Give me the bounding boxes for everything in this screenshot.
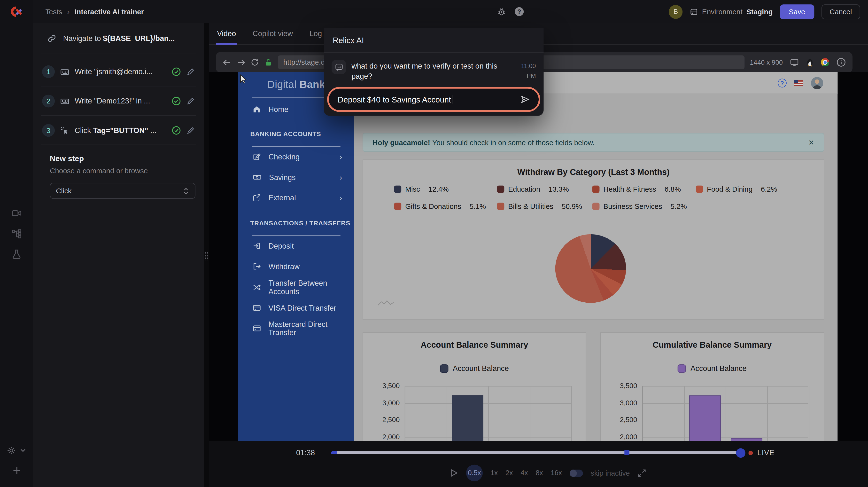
environment-value: Staging — [746, 7, 773, 16]
legend-swatch — [394, 186, 401, 193]
forward-icon[interactable] — [237, 58, 246, 67]
viewport-size: 1440 x 900 — [750, 58, 783, 66]
edit-pencil-icon[interactable] — [186, 126, 195, 134]
playhead-handle[interactable] — [736, 448, 745, 457]
send-icon[interactable] — [521, 95, 530, 104]
help-icon[interactable]: ? — [515, 7, 524, 16]
assistant-input[interactable]: Deposit $40 to Savings Account — [338, 95, 516, 104]
step-row-1[interactable]: 1 Write "jsmith@demo.i... — [33, 57, 204, 86]
bug-icon[interactable] — [497, 7, 506, 16]
fullscreen-icon[interactable] — [638, 469, 646, 477]
step-row-2[interactable]: 2 Write "Demo123!" in ... — [33, 87, 204, 116]
alert-close-icon[interactable]: ✕ — [808, 138, 814, 146]
flask-icon[interactable] — [11, 249, 22, 259]
legend-item: Misc12.4% — [394, 185, 497, 193]
sparkline-icon — [378, 300, 394, 307]
bar-plot: 3,5003,0002,5002,000 — [405, 386, 571, 441]
bank-user-avatar[interactable] — [811, 77, 823, 89]
progress-bar[interactable] — [331, 451, 744, 454]
legend-label: Misc — [405, 185, 420, 193]
step-navigate[interactable]: Navigate to ${BASE_URL}/ban... — [33, 28, 204, 49]
settings-gear-icon[interactable] — [6, 446, 16, 455]
bank-sidebar: Digital Bank Home BANKING ACCOUNTS Check… — [238, 72, 354, 441]
bank-nav-visa-transfer[interactable]: VISA Direct Transfer — [238, 298, 354, 318]
step-navigate-label: Navigate to ${BASE_URL}/ban... — [63, 34, 175, 42]
bank-help-icon[interactable]: ? — [778, 78, 786, 87]
environment-label: Environment — [702, 7, 743, 16]
user-avatar[interactable]: B — [669, 5, 683, 19]
bank-nav-external[interactable]: External › — [238, 188, 354, 208]
legend-label: Gifts & Donations — [405, 202, 461, 210]
legend-swatch — [440, 364, 448, 373]
speed-button-8x[interactable]: 8x — [536, 469, 543, 477]
bar-legend: Account Balance — [600, 364, 824, 373]
step-row-3[interactable]: 3 Click Tag="BUTTON" ... — [33, 116, 204, 145]
play-icon[interactable] — [450, 468, 459, 478]
keyboard-icon — [60, 67, 69, 76]
bank-nav-savings[interactable]: Savings › — [238, 167, 354, 187]
skip-inactive-toggle[interactable] — [569, 469, 583, 477]
add-step-icon[interactable] — [12, 466, 21, 475]
tab-video[interactable]: Video — [216, 29, 237, 44]
refresh-icon[interactable] — [251, 58, 259, 66]
app-logo[interactable] — [0, 0, 33, 23]
edit-pencil-icon[interactable] — [186, 97, 195, 105]
bar — [689, 395, 721, 441]
chart-title: Account Balance Summary — [363, 340, 586, 349]
y-axis-tick: 2,000 — [371, 433, 400, 441]
legend-swatch — [497, 203, 504, 210]
bank-nav-transfer[interactable]: Transfer Between Accounts — [238, 277, 354, 297]
save-button[interactable]: Save — [780, 4, 814, 19]
withdraw-category-card: Withdraw By Category (Last 3 Months) Mis… — [363, 159, 824, 319]
legend-value: 5.1% — [470, 202, 486, 210]
us-flag-icon[interactable] — [795, 80, 803, 86]
bank-nav-deposit[interactable]: Deposit — [238, 236, 354, 256]
info-icon[interactable] — [837, 58, 846, 67]
drag-handle-icon[interactable] — [204, 251, 209, 261]
chevron-down-icon[interactable] — [20, 447, 27, 454]
speed-controls: 0.5x1x2x4x8x16x — [466, 465, 562, 481]
legend-swatch — [678, 364, 686, 373]
account-balance-card: Account Balance Summary Account Balance … — [363, 332, 586, 441]
cancel-button[interactable]: Cancel — [821, 4, 860, 19]
video-viewport[interactable]: Digital Bank Home BANKING ACCOUNTS Check… — [209, 72, 868, 441]
environment-selector[interactable]: Environment Staging — [690, 7, 773, 16]
speed-button-1x[interactable]: 1x — [490, 469, 498, 477]
credit-card-icon — [253, 325, 261, 332]
relicx-ai-panel: Relicx AI what do you want me to verify … — [324, 28, 544, 116]
edit-pencil-icon[interactable] — [186, 68, 195, 76]
cursor-click-icon — [60, 126, 69, 135]
bank-nav-checking[interactable]: Checking › — [238, 147, 354, 167]
back-icon[interactable] — [223, 58, 231, 67]
progress-chapter-marker[interactable] — [625, 450, 630, 455]
pie-legend: Misc12.4%Education13.3%Health & Fitness6… — [394, 185, 777, 210]
environment-icon — [690, 7, 698, 16]
legend-swatch — [394, 203, 401, 210]
step-number: 2 — [42, 95, 55, 108]
breadcrumb-tests[interactable]: Tests — [45, 7, 62, 16]
tab-copilot-view[interactable]: Copilot view — [251, 29, 294, 44]
legend-swatch — [592, 203, 600, 210]
panel-resize-gutter[interactable] — [204, 23, 209, 487]
bar-plot: 3,5003,0002,5002,000 — [642, 386, 808, 441]
link-icon — [48, 34, 56, 42]
speed-button-4x[interactable]: 4x — [521, 469, 528, 477]
live-label[interactable]: LIVE — [757, 449, 775, 457]
legend-label: Business Services — [603, 202, 662, 210]
command-select[interactable]: Click — [50, 183, 195, 199]
speed-button-16x[interactable]: 16x — [551, 469, 562, 477]
legend-item: Gifts & Donations5.1% — [394, 202, 497, 210]
check-circle-icon — [172, 126, 181, 135]
speed-button-2x[interactable]: 2x — [505, 469, 513, 477]
sitemap-icon[interactable] — [11, 229, 22, 239]
steps-panel: Navigate to ${BASE_URL}/ban... 1 Write "… — [33, 23, 204, 487]
divider — [41, 54, 196, 54]
bank-nav-withdraw[interactable]: Withdraw — [238, 256, 354, 276]
video-camera-icon[interactable] — [11, 208, 22, 218]
bank-nav-mastercard-transfer[interactable]: Mastercard Direct Transfer — [238, 318, 354, 338]
breadcrumb: Tests › Interactive AI trainer — [45, 7, 144, 16]
app-root: Tests › Interactive AI trainer ? B Envir… — [0, 0, 868, 487]
chart-title: Cumulative Balance Summary — [600, 340, 824, 349]
tab-log[interactable]: Log — [308, 29, 323, 44]
speed-button-0.5x[interactable]: 0.5x — [466, 465, 483, 481]
